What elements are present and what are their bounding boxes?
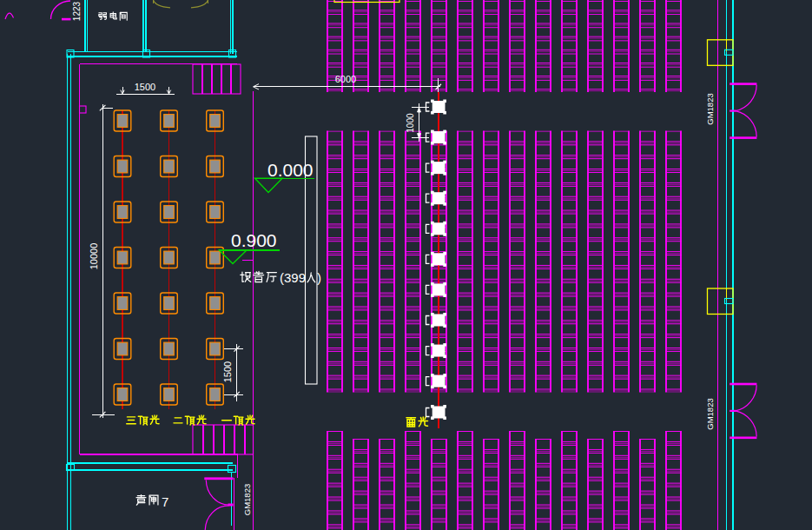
svg-text:1223: 1223 bbox=[72, 1, 82, 21]
svg-text:7: 7 bbox=[162, 494, 168, 509]
svg-text:GM1823: GM1823 bbox=[705, 398, 715, 429]
svg-text:1500: 1500 bbox=[222, 361, 233, 382]
svg-text:GM1823: GM1823 bbox=[705, 93, 715, 124]
svg-text:GM1823: GM1823 bbox=[242, 484, 252, 515]
svg-text:10000: 10000 bbox=[89, 243, 99, 270]
svg-text:1000: 1000 bbox=[406, 113, 415, 133]
svg-text:6000: 6000 bbox=[335, 74, 356, 84]
svg-text:0.900: 0.900 bbox=[231, 230, 277, 250]
svg-text:): ) bbox=[317, 270, 321, 285]
svg-text:1500: 1500 bbox=[135, 82, 155, 92]
svg-text:0.000: 0.000 bbox=[267, 160, 314, 180]
svg-text:(399: (399 bbox=[280, 270, 306, 285]
